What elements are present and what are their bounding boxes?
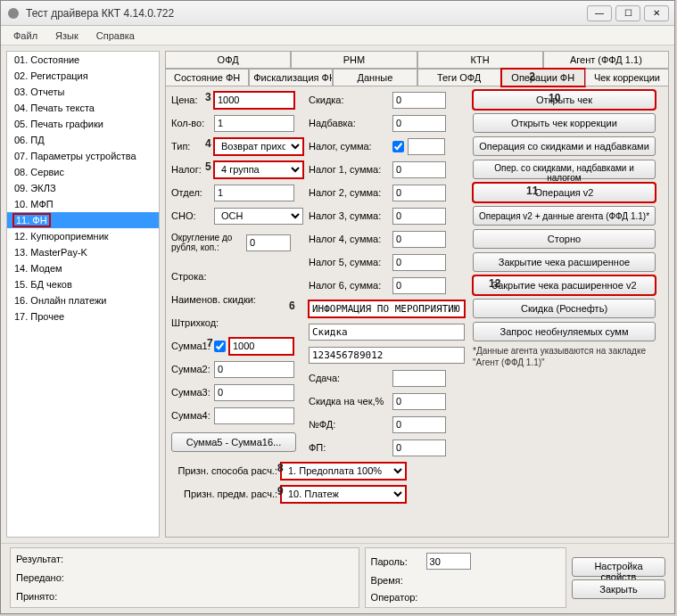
n3-input[interactable] <box>392 208 446 225</box>
qty-input[interactable] <box>214 115 294 132</box>
n1-input[interactable] <box>392 161 446 178</box>
sdacha-input[interactable] <box>392 370 446 387</box>
discount-rosneft-button[interactable]: Скидка (Роснефть) <box>473 299 656 318</box>
sposob-label: Призн. способа расч.: <box>175 465 277 476</box>
op-discounts-button[interactable]: Операция со скидками и надбавками <box>473 136 656 156</box>
n5-label: Налог 5, сумма: <box>309 257 389 267</box>
sidebar-item-0[interactable]: 01. Состояние <box>7 52 159 68</box>
sidebar: 01. Состояние02. Регистрация03. Отчеты04… <box>6 51 160 538</box>
minimize-button[interactable]: — <box>587 5 612 21</box>
type-select[interactable]: Возврат приход <box>214 138 303 155</box>
close-button[interactable]: Закрыть <box>572 579 665 599</box>
predm-select[interactable]: 10. Платеж <box>281 486 406 503</box>
sidebar-item-12[interactable]: 13. MasterPay-K <box>7 244 159 260</box>
maximize-button[interactable]: ☐ <box>615 5 640 21</box>
op-discounts-tax-button[interactable]: Опер. со скидками, надбавками и налогом <box>473 160 656 179</box>
tab-top-3[interactable]: Агент (ФФД 1.1) <box>543 51 669 69</box>
n2-input[interactable] <box>392 185 446 201</box>
tab-bottom-2[interactable]: Данные <box>333 69 417 86</box>
mark-4: 4 <box>205 137 211 150</box>
sidebar-item-13[interactable]: 14. Модем <box>7 260 159 276</box>
sidebar-item-7[interactable]: 08. Сервис <box>7 164 159 180</box>
sum1-input[interactable] <box>229 338 293 355</box>
nadbavka-input[interactable] <box>392 115 446 132</box>
mark-9: 9 <box>277 485 284 497</box>
sidebar-item-11[interactable]: 12. Купюроприемник <box>7 228 159 244</box>
request-sums-button[interactable]: Запрос необнуляемых сумм <box>473 322 656 341</box>
round-label: Округление дорубля, коп.: <box>171 233 243 252</box>
menu-file[interactable]: Файл <box>6 29 45 43</box>
operation-v2-agent-button[interactable]: Операция v2 + данные агента (ФФД 1.1)* <box>473 206 656 226</box>
sum5-16-button[interactable]: Сумма5 - Сумма16... <box>171 432 296 452</box>
tab-top-0[interactable]: ОФД <box>165 51 291 69</box>
mark-2: 2 <box>529 70 535 83</box>
sidebar-item-6[interactable]: 07. Параметры устройства <box>7 148 159 164</box>
skidka-chk-input[interactable] <box>392 393 446 410</box>
props-button[interactable]: Настройка свойств <box>572 557 665 577</box>
sidebar-item-14[interactable]: 15. БД чеков <box>7 276 159 292</box>
fp-input[interactable] <box>392 439 446 456</box>
mark-5: 5 <box>205 160 211 173</box>
nalog-sum-input[interactable] <box>408 138 445 155</box>
n4-input[interactable] <box>392 231 446 248</box>
nalog-sum-check[interactable] <box>392 141 404 152</box>
sum4-input[interactable] <box>214 407 294 424</box>
discount-name-input[interactable] <box>309 324 465 341</box>
sidebar-item-8[interactable]: 09. ЭКЛЗ <box>7 180 159 196</box>
barcode-label: Штрихкод: <box>171 317 243 328</box>
menu-help[interactable]: Справка <box>89 29 142 43</box>
open-check-button[interactable]: Открыть чек <box>473 90 656 110</box>
tab-bottom-4[interactable]: Операции ФН <box>501 69 585 86</box>
sdacha-label: Сдача: <box>309 373 389 383</box>
result-label: Результат: <box>16 554 78 564</box>
sno-select[interactable]: ОСН <box>214 208 303 225</box>
sidebar-item-4[interactable]: 05. Печать графики <box>7 116 159 132</box>
pwd-input[interactable] <box>426 553 471 570</box>
sidebar-item-15[interactable]: 16. Онлайн платежи <box>7 292 159 308</box>
n2-label: Налог 2, сумма: <box>309 187 389 198</box>
stroka-label: Строка: <box>171 271 243 282</box>
tax-select[interactable]: 4 группа <box>214 161 303 178</box>
tab-top-2[interactable]: КТН <box>417 51 543 69</box>
sum2-input[interactable] <box>214 361 294 378</box>
sposob-select[interactable]: 1. Предоплата 100% <box>281 463 406 480</box>
storno-button[interactable]: Сторно <box>473 229 656 249</box>
stroka-input[interactable] <box>309 300 465 317</box>
operation-v2-button[interactable]: Операция v2 <box>473 183 656 202</box>
skidka-label: Скидка: <box>309 94 389 105</box>
price-input[interactable] <box>214 92 294 109</box>
sidebar-item-10[interactable]: 11. ФН <box>7 212 159 228</box>
mark-11: 11 <box>526 185 538 197</box>
sidebar-item-1[interactable]: 02. Регистрация <box>7 68 159 84</box>
pwd-label: Пароль: <box>371 556 423 567</box>
close-check-ext-button[interactable]: Закрытие чека расширенное <box>473 252 656 272</box>
sum3-label: Сумма3: <box>171 387 211 398</box>
tab-bottom-3[interactable]: Теги ОФД <box>417 69 501 86</box>
sidebar-item-3[interactable]: 04. Печать текста <box>7 100 159 116</box>
tab-bottom-1[interactable]: Фискализация ФН <box>249 69 333 86</box>
sent-label: Передано: <box>16 572 78 583</box>
tab-bottom-0[interactable]: Состояние ФН <box>165 69 249 86</box>
n6-input[interactable] <box>392 277 446 294</box>
n5-input[interactable] <box>392 254 446 271</box>
open-correction-check-button[interactable]: Открыть чек коррекции <box>473 113 656 133</box>
sidebar-item-5[interactable]: 06. ПД <box>7 132 159 148</box>
menubar: Файл Язык Справка <box>1 26 674 45</box>
tab-bottom-5[interactable]: Чек коррекции <box>585 69 669 86</box>
sidebar-item-9[interactable]: 10. МФП <box>7 196 159 212</box>
barcode-input[interactable] <box>309 347 465 364</box>
nfd-input[interactable] <box>392 416 446 433</box>
sidebar-item-2[interactable]: 03. Отчеты <box>7 84 159 100</box>
sum3-input[interactable] <box>214 384 294 401</box>
mark-3: 3 <box>205 91 211 103</box>
sidebar-item-16[interactable]: 17. Прочее <box>7 308 159 324</box>
tab-top-1[interactable]: РНМ <box>291 51 417 69</box>
round-input[interactable] <box>246 234 291 251</box>
skidka-input[interactable] <box>392 92 446 109</box>
close-window-button[interactable]: ✕ <box>644 5 669 21</box>
dept-input[interactable] <box>214 185 294 201</box>
sum1-check[interactable] <box>214 341 226 352</box>
mark-7: 7 <box>207 337 213 349</box>
app-icon <box>6 6 21 21</box>
menu-lang[interactable]: Язык <box>48 29 86 43</box>
